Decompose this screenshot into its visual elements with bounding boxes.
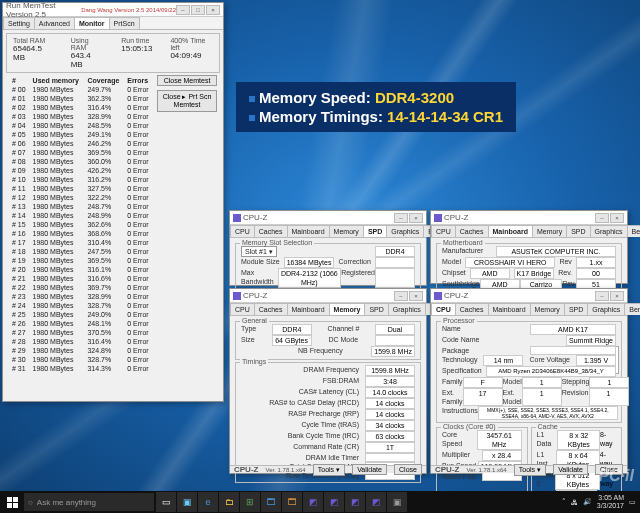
tray-clock[interactable]: 3:05 AM3/3/2017 — [597, 494, 624, 510]
cortana-icon: ○ — [28, 498, 33, 507]
slot-type: DDR4 — [375, 246, 415, 257]
table-row: # 191980 MBytes369.5%0 Error — [9, 256, 153, 265]
tray-network-icon[interactable]: 🖧 — [571, 499, 578, 506]
tab-setting[interactable]: Setting — [3, 17, 35, 29]
maximize-icon[interactable]: □ — [191, 5, 205, 15]
table-row: # 061980 MBytes246.2%0 Error — [9, 139, 153, 148]
minimize-icon[interactable]: – — [176, 5, 190, 15]
cpuz-icon — [434, 292, 442, 300]
taskbar-app[interactable]: ◩ — [303, 492, 323, 512]
taskbar-app[interactable]: 🗔 — [261, 492, 281, 512]
taskbar-app[interactable]: e — [198, 492, 218, 512]
tab-mainboard[interactable]: Mainboard — [488, 303, 531, 315]
minimize-icon[interactable]: – — [394, 291, 408, 301]
tab-mainboard[interactable]: Mainboard — [287, 303, 330, 315]
tools-button[interactable]: Tools ▾ — [514, 464, 546, 476]
tab-bench[interactable]: Bench — [627, 225, 640, 237]
timing-row: Bank Cycle Time (tRC)63 clocks — [239, 431, 417, 442]
cpuz-icon — [434, 214, 442, 222]
cpuz3-titlebar[interactable]: CPU-Z–× — [431, 211, 627, 225]
tab-monitor[interactable]: Monitor — [74, 17, 110, 29]
tab-mainboard[interactable]: Mainboard — [287, 225, 330, 237]
close-icon[interactable]: × — [610, 291, 624, 301]
table-row: # 151980 MBytes362.6%0 Error — [9, 220, 153, 229]
tab-graphics[interactable]: Graphics — [587, 303, 625, 315]
taskbar-app[interactable]: ◩ — [345, 492, 365, 512]
table-row: # 041980 MBytes248.5%0 Error — [9, 121, 153, 130]
taskbar-app[interactable]: 🗔 — [282, 492, 302, 512]
taskbar-app[interactable]: 🗀 — [219, 492, 239, 512]
table-row: # 101980 MBytes316.2%0 Error — [9, 175, 153, 184]
memtest-action-buttons: Close Memtest Close ▸ Prt Scn Memtest — [157, 75, 217, 112]
tab-caches[interactable]: Caches — [455, 303, 489, 315]
tab-memory[interactable]: Memory — [329, 225, 364, 237]
cpuz4-titlebar[interactable]: CPU-Z–× — [431, 289, 627, 303]
tab-cpu[interactable]: CPU — [230, 303, 255, 315]
tab-spd[interactable]: SPD — [364, 303, 388, 315]
tab-memory[interactable]: Memory — [329, 303, 366, 315]
taskview-icon[interactable]: ▭ — [156, 492, 176, 512]
minimize-icon[interactable]: – — [595, 213, 609, 223]
tray-chevron-icon[interactable]: ˄ — [562, 498, 566, 506]
tab-graphics[interactable]: Graphics — [386, 225, 424, 237]
timing-row: RAS# Precharge (tRP)14 clocks — [239, 409, 417, 420]
tab-spd[interactable]: SPD — [564, 303, 588, 315]
tools-button[interactable]: Tools ▾ — [313, 464, 345, 476]
tab-spd[interactable]: SPD — [566, 225, 590, 237]
tab-caches[interactable]: Caches — [254, 225, 288, 237]
tab-caches[interactable]: Caches — [455, 225, 489, 237]
annotation-callout: Memory Speed: DDR4-3200 Memory Timings: … — [236, 82, 516, 132]
cpuz1-titlebar[interactable]: CPU-Z–× — [230, 211, 426, 225]
timing-row: FSB:DRAM3:48 — [239, 376, 417, 387]
table-row: # 001980 MBytes249.7%0 Error — [9, 85, 153, 94]
taskbar-apps: ▭ ▣ e 🗀 ⊞ 🗔 🗔 ◩ ◩ ◩ ◩ ▣ — [156, 492, 407, 512]
validate-button[interactable]: Validate — [352, 464, 387, 475]
taskbar-app[interactable]: ⊞ — [240, 492, 260, 512]
close-button[interactable]: Close — [394, 464, 422, 475]
memtest-titlebar[interactable]: Run MemTest Version 2.5 Dang Wang Versio… — [3, 3, 223, 17]
table-row: # 251980 MBytes249.0%0 Error — [9, 310, 153, 319]
memtest-summary: Total RAM65464.5 MB Using RAM643.4 MB Ru… — [6, 33, 220, 73]
tab-bench[interactable]: Bench — [624, 303, 640, 315]
slot-select[interactable]: Slot #1▾ — [241, 246, 277, 257]
memtest-brand: Dang Wang Version 2.5 2014/09/22 — [81, 7, 176, 13]
table-row: # 201980 MBytes316.1%0 Error — [9, 265, 153, 274]
validate-button[interactable]: Validate — [553, 464, 588, 475]
minimize-icon[interactable]: – — [595, 291, 609, 301]
cpuz2-titlebar[interactable]: CPU-Z–× — [230, 289, 426, 303]
table-row: # 011980 MBytes362.3%0 Error — [9, 94, 153, 103]
taskbar-app[interactable]: ▣ — [177, 492, 197, 512]
close-memtest-button[interactable]: Close Memtest — [157, 75, 217, 86]
minimize-icon[interactable]: – — [394, 213, 408, 223]
search-box[interactable]: ○Ask me anything — [24, 493, 154, 511]
tab-advanced[interactable]: Advanced — [34, 17, 75, 29]
close-icon[interactable]: × — [409, 291, 423, 301]
close-icon[interactable]: × — [409, 213, 423, 223]
tab-memory[interactable]: Memory — [532, 225, 567, 237]
close-icon[interactable]: × — [610, 213, 624, 223]
tab-mainboard[interactable]: Mainboard — [488, 225, 533, 237]
tab-cpu[interactable]: CPU — [230, 225, 255, 237]
memtest-title: Run MemTest Version 2.5 — [6, 1, 81, 19]
system-tray: ˄ 🖧 🔊 3:05 AM3/3/2017 ▭ — [562, 494, 640, 510]
start-button[interactable] — [0, 491, 24, 513]
tab-cpu[interactable]: CPU — [431, 303, 456, 315]
close-icon[interactable]: × — [206, 5, 220, 15]
tab-prtscn[interactable]: PrtScn — [109, 17, 140, 29]
cpuz-memory-window: CPU-Z–× CPUCachesMainboardMemorySPDGraph… — [229, 288, 427, 474]
tab-spd[interactable]: SPD — [363, 225, 387, 237]
tab-graphics[interactable]: Graphics — [590, 225, 628, 237]
cpuz2-tabs: CPUCachesMainboardMemorySPDGraphicsBench… — [230, 303, 426, 316]
tab-graphics[interactable]: Graphics — [388, 303, 426, 315]
tab-caches[interactable]: Caches — [254, 303, 288, 315]
table-row: # 081980 MBytes360.0%0 Error — [9, 157, 153, 166]
prtscn-memtest-button[interactable]: Close ▸ Prt Scn Memtest — [157, 90, 217, 112]
taskbar-app[interactable]: ◩ — [324, 492, 344, 512]
tray-notifications-icon[interactable]: ▭ — [629, 498, 636, 506]
tray-volume-icon[interactable]: 🔊 — [583, 498, 592, 506]
taskbar-app[interactable]: ▣ — [387, 492, 407, 512]
tab-memory[interactable]: Memory — [530, 303, 565, 315]
taskbar-app[interactable]: ◩ — [366, 492, 386, 512]
tab-cpu[interactable]: CPU — [431, 225, 456, 237]
table-row: # 291980 MBytes324.8%0 Error — [9, 346, 153, 355]
